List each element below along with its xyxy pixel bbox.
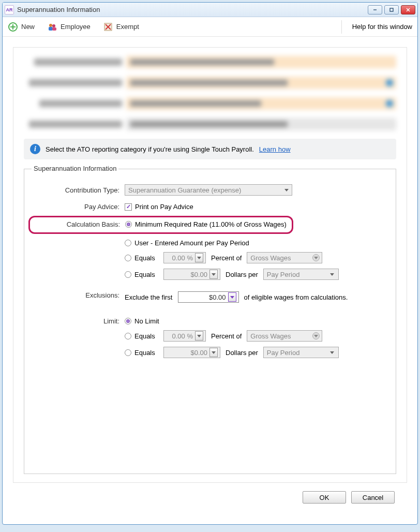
contribution-type-label: Contribution Type: [32, 186, 125, 194]
limit-label: Limit: [32, 317, 125, 325]
calc-min-rate-radio[interactable] [125, 221, 132, 228]
employee-button[interactable]: Employee [47, 22, 91, 32]
chevron-down-icon [284, 189, 289, 191]
calc-basis-highlight: Calculation Basis: Minimum Required Rate… [28, 216, 293, 234]
employee-label: Employee [61, 23, 91, 31]
equals-text-1: Equals [134, 254, 163, 262]
minimize-button[interactable] [368, 5, 382, 14]
limit-dollars-dropdown-icon [209, 348, 218, 357]
percent-input[interactable]: 0.00 % [163, 252, 206, 263]
chevron-down-icon [328, 270, 336, 279]
info-bar: i Select the ATO reporting category if y… [24, 139, 396, 159]
svg-rect-10 [52, 27, 56, 31]
equals-text-4: Equals [134, 349, 163, 357]
cancel-button[interactable]: Cancel [351, 491, 395, 504]
percent-of-text: Percent of [211, 254, 242, 262]
super-info-fieldset: Superannuation Information Contribution … [24, 169, 396, 474]
calc-user-entered-radio[interactable] [125, 240, 131, 246]
percent-dropdown-icon [195, 253, 203, 262]
dollars-input[interactable]: $0.00 [163, 269, 220, 280]
svg-point-7 [49, 24, 52, 27]
dollars-value: $0.00 [167, 271, 209, 278]
dollars-per-value: Pay Period [267, 271, 300, 278]
svg-rect-9 [49, 27, 53, 31]
percent-of-value: Gross Wages [250, 254, 291, 262]
limit-equals-dollars-radio[interactable] [125, 349, 131, 356]
info-text: Select the ATO reporting category if you… [46, 145, 254, 153]
dollars-dropdown-icon [209, 270, 218, 279]
chevron-down-icon [312, 254, 320, 261]
footer: OK Cancel [13, 483, 407, 514]
info-icon: i [30, 144, 40, 154]
no-limit-radio[interactable] [125, 318, 131, 324]
new-label: New [21, 23, 35, 31]
window: AR Superannuation Information New Employ… [2, 2, 418, 525]
fieldset-legend: Superannuation Information [32, 165, 118, 172]
chevron-down-icon [328, 348, 336, 357]
calc-user-entered-text: User - Entered Amount per Pay Period [134, 239, 249, 247]
dollars-per-select[interactable]: Pay Period [263, 269, 339, 280]
exempt-button[interactable]: Exempt [103, 22, 139, 32]
svg-rect-1 [390, 8, 393, 11]
help-button[interactable]: ? Help for this window [341, 20, 412, 34]
calc-min-rate-text: Minimum Required Rate (11.00% of Gross W… [135, 220, 287, 228]
limit-dollars-value: $0.00 [167, 349, 209, 357]
titlebar: AR Superannuation Information [3, 3, 417, 17]
calc-equals-percent-radio[interactable] [125, 255, 131, 261]
close-button[interactable] [401, 5, 415, 14]
percent-value: 0.00 % [167, 254, 195, 262]
equals-text-3: Equals [134, 332, 163, 340]
limit-dollars-per-value: Pay Period [267, 349, 300, 357]
exempt-icon [103, 22, 113, 32]
dollars-per-text: Dollars per [226, 271, 258, 278]
people-icon [47, 22, 57, 32]
percent-of-select[interactable]: Gross Wages [247, 252, 322, 263]
ok-button[interactable]: OK [303, 491, 346, 504]
limit-percent-dropdown-icon [195, 331, 203, 341]
exclusions-value: $0.00 [182, 293, 228, 301]
limit-equals-percent-radio[interactable] [125, 333, 131, 339]
blurred-fields [24, 56, 396, 130]
print-pay-advice-text: Print on Pay Advice [135, 203, 193, 211]
limit-percent-of-text: Percent of [211, 332, 242, 340]
limit-dollars-input[interactable]: $0.00 [163, 347, 220, 358]
exempt-label: Exempt [116, 23, 139, 31]
limit-percent-of-value: Gross Wages [250, 332, 291, 340]
app-icon: AR [5, 5, 14, 14]
window-title: Superannuation Information [17, 6, 368, 13]
contribution-type-select[interactable]: Superannuation Guarantee (expense) [125, 184, 292, 196]
plus-icon [8, 22, 18, 32]
chevron-down-icon [312, 332, 320, 339]
limit-percent-of-select[interactable]: Gross Wages [247, 330, 322, 342]
pay-advice-label: Pay Advice: [32, 203, 125, 211]
limit-dollars-per-select[interactable]: Pay Period [263, 347, 339, 358]
calc-equals-dollars-radio[interactable] [125, 271, 131, 278]
help-label: Help for this window [352, 23, 412, 31]
maximize-button[interactable] [384, 5, 399, 14]
no-limit-text: No Limit [134, 317, 159, 325]
limit-percent-value: 0.00 % [167, 332, 195, 340]
limit-percent-input[interactable]: 0.00 % [163, 330, 206, 342]
calc-basis-label: Calculation Basis: [35, 220, 125, 228]
exclusions-input[interactable]: $0.00 [178, 291, 239, 303]
limit-dollars-per-text: Dollars per [226, 349, 258, 357]
exclusions-dropdown-icon [228, 292, 236, 302]
exclusions-label: Exclusions: [32, 291, 125, 299]
exclusions-post-text: of eligible wages from calculations. [244, 293, 348, 301]
new-button[interactable]: New [8, 22, 35, 32]
exclusions-pre-text: Exclude the first [125, 293, 173, 301]
main-panel: i Select the ATO reporting category if y… [13, 47, 407, 483]
window-buttons [368, 5, 415, 14]
equals-text-2: Equals [134, 271, 163, 278]
toolbar: New Employee Exempt ? Help for this wind… [3, 17, 417, 37]
learn-how-link[interactable]: Learn how [259, 145, 291, 153]
contribution-type-value: Superannuation Guarantee (expense) [128, 186, 241, 194]
svg-point-8 [52, 24, 55, 27]
print-pay-advice-checkbox[interactable]: ✓ [125, 203, 132, 211]
